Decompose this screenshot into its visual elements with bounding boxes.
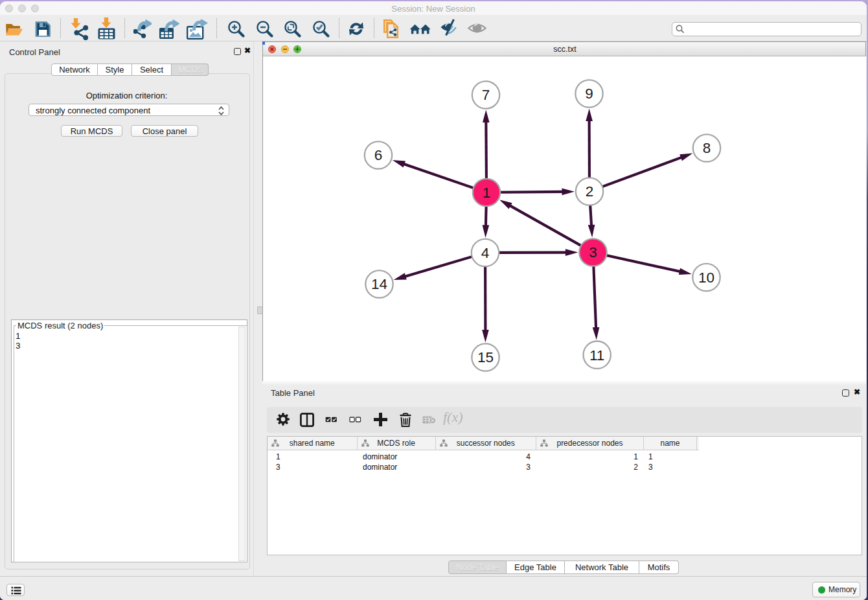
svg-text:9: 9	[585, 86, 593, 102]
svg-text:8: 8	[703, 140, 711, 156]
svg-text:7: 7	[482, 87, 490, 103]
svg-text:15: 15	[477, 349, 494, 365]
svg-text:14: 14	[371, 276, 387, 292]
svg-text:6: 6	[374, 147, 383, 163]
svg-text:3: 3	[589, 244, 597, 260]
svg-text:11: 11	[589, 347, 604, 363]
svg-text:1: 1	[483, 185, 491, 201]
svg-text:4: 4	[481, 245, 490, 261]
svg-text:2: 2	[586, 183, 594, 200]
svg-text:10: 10	[698, 270, 714, 286]
